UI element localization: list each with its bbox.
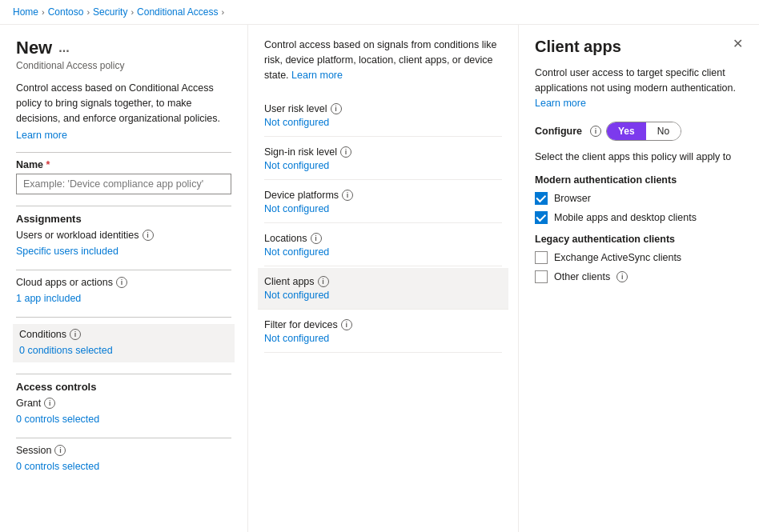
divider-5 xyxy=(16,374,231,374)
grant-info-icon[interactable]: i xyxy=(44,398,55,409)
close-button[interactable]: ✕ xyxy=(729,36,746,52)
legacy-client-label-1: Other clients xyxy=(554,271,610,282)
breadcrumb-home[interactable]: Home xyxy=(13,6,38,18)
session-field-row: Session i 0 controls selected xyxy=(16,445,231,474)
cloud-apps-info-icon[interactable]: i xyxy=(116,277,127,288)
condition-label-text-5: Filter for devices xyxy=(264,319,338,330)
modern-client-label-1: Mobile apps and desktop clients xyxy=(554,212,697,223)
divider-2 xyxy=(16,206,231,206)
left-learn-more[interactable]: Learn more xyxy=(16,130,67,141)
session-value[interactable]: 0 controls selected xyxy=(16,459,231,474)
legacy-auth-heading: Legacy authentication clients xyxy=(535,234,743,245)
page-title-row: New ... xyxy=(16,38,231,58)
breadcrumb-sep-2: › xyxy=(86,7,90,17)
breadcrumb-sep-1: › xyxy=(42,7,45,17)
condition-value-0[interactable]: Not configured xyxy=(264,117,502,128)
users-value[interactable]: Specific users included xyxy=(16,244,231,258)
legacy-client-label-0: Exchange ActiveSync clients xyxy=(554,252,681,263)
condition-info-icon-3[interactable]: i xyxy=(311,233,322,244)
right-panel: ✕ Client apps Control user access to tar… xyxy=(519,25,759,532)
condition-item-inner-2: Device platformsiNot configured xyxy=(264,182,502,223)
users-field-row: Users or workload identities i Specific … xyxy=(16,230,231,258)
conditions-block: Conditions i 0 conditions selected xyxy=(13,324,235,362)
breadcrumb-contoso[interactable]: Contoso xyxy=(48,6,84,18)
condition-info-icon-0[interactable]: i xyxy=(331,103,342,114)
condition-label-5: Filter for devicesi xyxy=(264,319,502,330)
modern-client-label-0: Browser xyxy=(554,193,591,204)
middle-learn-more[interactable]: Learn more xyxy=(291,70,343,81)
breadcrumb-sep-4: › xyxy=(221,7,224,17)
condition-info-icon-4[interactable]: i xyxy=(318,276,329,287)
legacy-clients-list: Exchange ActiveSync clientsOther clients… xyxy=(535,251,743,283)
condition-item-inner-4: Client appsiNot configured xyxy=(258,268,508,310)
toggle-no[interactable]: No xyxy=(646,122,681,140)
name-input[interactable] xyxy=(16,174,231,194)
cloud-apps-label-row: Cloud apps or actions i xyxy=(16,277,231,288)
condition-value-4[interactable]: Not configured xyxy=(264,290,502,301)
legacy-client-checkbox-1[interactable] xyxy=(535,270,548,283)
conditions-value[interactable]: 0 conditions selected xyxy=(19,343,228,358)
toggle-group: Yes No xyxy=(606,122,681,141)
breadcrumb-conditional-access[interactable]: Conditional Access xyxy=(137,6,218,18)
condition-item: Sign-in risk leveliNot configured xyxy=(264,138,502,180)
main-container: New ... Conditional Access policy Contro… xyxy=(0,25,759,532)
configure-label: Configure xyxy=(535,126,582,137)
condition-item: Filter for devicesiNot configured xyxy=(264,311,502,353)
modern-client-checkbox-0[interactable] xyxy=(535,192,548,205)
conditions-info-icon[interactable]: i xyxy=(70,329,81,340)
middle-description: Control access based on signals from con… xyxy=(264,38,502,82)
condition-value-3[interactable]: Not configured xyxy=(264,246,502,258)
session-label: Session xyxy=(16,445,51,456)
modern-clients-list: BrowserMobile apps and desktop clients xyxy=(535,192,743,224)
condition-info-icon-1[interactable]: i xyxy=(340,146,351,158)
ellipsis-menu[interactable]: ... xyxy=(58,41,69,55)
modern-client-checkbox-1[interactable] xyxy=(535,211,548,224)
condition-value-5[interactable]: Not configured xyxy=(264,333,502,344)
condition-value-2[interactable]: Not configured xyxy=(264,203,502,214)
condition-value-1[interactable]: Not configured xyxy=(264,160,502,171)
users-info-icon[interactable]: i xyxy=(143,230,154,241)
condition-label-text-1: Sign-in risk level xyxy=(264,146,337,158)
condition-label-0: User risk leveli xyxy=(264,103,502,114)
condition-label-1: Sign-in risk leveli xyxy=(264,146,502,158)
right-learn-more[interactable]: Learn more xyxy=(535,98,586,109)
cloud-apps-label: Cloud apps or actions xyxy=(16,277,113,288)
divider-4 xyxy=(16,317,231,318)
condition-label-text-3: Locations xyxy=(264,233,307,244)
modern-client-row-0: Browser xyxy=(535,192,743,205)
configure-row: Configure i Yes No xyxy=(535,122,743,141)
session-info-icon[interactable]: i xyxy=(54,445,66,456)
condition-item-inner-3: LocationsiNot configured xyxy=(264,225,502,266)
breadcrumb-sep-3: › xyxy=(131,7,134,17)
condition-label-2: Device platformsi xyxy=(264,190,502,201)
session-label-row: Session i xyxy=(16,445,231,456)
configure-info-icon[interactable]: i xyxy=(590,126,601,137)
cloud-apps-value[interactable]: 1 app included xyxy=(16,291,231,306)
conditions-label: Conditions xyxy=(19,329,66,340)
divider-3 xyxy=(16,270,231,270)
divider-1 xyxy=(16,152,231,153)
left-panel: New ... Conditional Access policy Contro… xyxy=(0,25,248,532)
condition-item: Client appsiNot configured xyxy=(264,268,502,310)
condition-label-text-2: Device platforms xyxy=(264,190,339,201)
legacy-client-checkbox-0[interactable] xyxy=(535,251,548,264)
breadcrumb-security[interactable]: Security xyxy=(93,6,127,18)
condition-item: User risk leveliNot configured xyxy=(264,95,502,137)
condition-label-text-4: Client apps xyxy=(264,276,315,287)
conditions-label-row: Conditions i xyxy=(19,329,228,340)
condition-info-icon-5[interactable]: i xyxy=(341,319,352,330)
legacy-client-info-icon-1[interactable]: i xyxy=(616,271,628,282)
panel-description: Control user access to target specific c… xyxy=(535,66,743,110)
legacy-section: Legacy authentication clients Exchange A… xyxy=(535,234,743,283)
condition-info-icon-2[interactable]: i xyxy=(342,190,353,201)
toggle-yes[interactable]: Yes xyxy=(607,122,646,140)
grant-label: Grant xyxy=(16,398,41,409)
assignments-heading: Assignments xyxy=(16,213,231,225)
grant-value[interactable]: 0 controls selected xyxy=(16,412,231,426)
left-description: Control access based on Conditional Acce… xyxy=(16,81,231,126)
condition-label-3: Locationsi xyxy=(264,233,502,244)
page-subtitle: Conditional Access policy xyxy=(16,60,231,71)
breadcrumb: Home › Contoso › Security › Conditional … xyxy=(0,0,759,25)
divider-6 xyxy=(16,438,231,438)
modern-client-row-1: Mobile apps and desktop clients xyxy=(535,211,743,224)
